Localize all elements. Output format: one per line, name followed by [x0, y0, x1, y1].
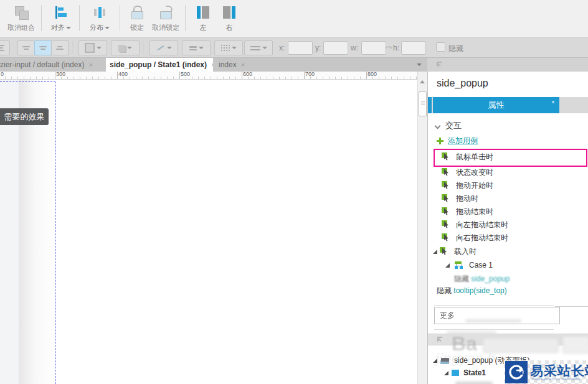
action-hide-tooltip[interactable]: 隐藏 tooltip(side_top) — [437, 286, 507, 296]
w-label: w: — [351, 44, 358, 52]
line-width-icon — [189, 46, 197, 50]
tab-ic-bezier-input[interactable]: ic-bezier-input / default (index) × — [0, 58, 111, 72]
arrow-style-dropdown[interactable] — [244, 40, 273, 55]
event-label: 载入时 — [454, 246, 477, 257]
align-button[interactable]: 对齐 — [47, 4, 75, 34]
cursor-event-icon — [442, 181, 450, 190]
cursor-event-icon — [442, 233, 450, 242]
close-icon[interactable]: × — [88, 61, 92, 68]
event-label: 拖动开始时 — [456, 180, 493, 191]
interaction-section-header[interactable]: 交互 — [435, 120, 462, 131]
x-input[interactable] — [288, 41, 313, 55]
valign-middle-icon — [39, 46, 47, 50]
cursor-event-icon — [442, 152, 450, 161]
valign-bottom-button[interactable] — [51, 40, 69, 55]
hide-checkbox[interactable] — [436, 42, 445, 52]
outline-item-state1[interactable]: State1 — [444, 368, 486, 377]
case-row[interactable]: Case 1 — [445, 258, 588, 272]
lock-icon — [131, 6, 143, 19]
canvas-vertical-scrollbar[interactable] — [417, 72, 427, 384]
tab-overflow-button[interactable] — [411, 58, 426, 72]
y-input[interactable] — [323, 41, 348, 55]
ruler-label: 600 — [243, 71, 252, 77]
dock-left-button[interactable]: 左 — [191, 4, 216, 34]
tab-properties[interactable]: 属性 * — [433, 97, 559, 113]
canvas-panel-edge — [0, 80, 19, 384]
chevron-down-icon — [435, 123, 440, 128]
event-label: 鼠标单击时 — [456, 152, 493, 162]
divider — [434, 329, 554, 330]
event-swipe-left[interactable]: 向左拖动结束时 — [442, 218, 588, 232]
tooltip-widget[interactable]: 需要的效果 — [0, 108, 49, 125]
scrollbar-thumb[interactable] — [419, 91, 427, 116]
expanded-triangle-icon[interactable] — [445, 263, 450, 268]
caret-down-icon — [199, 47, 204, 49]
distribute-button[interactable]: 分布 — [86, 4, 113, 34]
valign-top-button[interactable] — [17, 40, 35, 55]
action-target: side_popup — [471, 274, 510, 283]
case-icon — [455, 261, 463, 269]
ruler-label: 300 — [56, 71, 65, 77]
tab-properties-label: 属性 — [488, 100, 505, 111]
valign-middle-button[interactable] — [34, 40, 52, 55]
watermark-brand: 易采站长站 Www.Easck.Com Webmaster — [504, 360, 588, 384]
inspector-tab-row: 属性 * — [428, 97, 588, 113]
expanded-triangle-icon[interactable] — [433, 250, 437, 254]
event-swipe-right[interactable]: 向右拖动结束时 — [442, 231, 588, 245]
text-align-button[interactable] — [0, 40, 10, 55]
cursor-event-icon — [442, 207, 450, 216]
line-color-dropdown[interactable] — [149, 40, 178, 55]
ungroup-button[interactable]: 取消组合 — [5, 4, 37, 34]
caret-down-icon — [167, 47, 172, 49]
x-label: x: — [279, 44, 285, 52]
action-hide-side-popup[interactable]: 隐藏 side_popup — [454, 274, 510, 284]
brand-logo-icon — [505, 361, 528, 383]
h-input[interactable] — [401, 41, 426, 55]
caret-down-icon — [232, 47, 237, 49]
event-drag-start[interactable]: 拖动开始时 — [442, 179, 588, 192]
design-canvas[interactable]: 需要的效果 — [0, 80, 417, 384]
close-icon[interactable]: × — [241, 61, 245, 68]
event-onload[interactable]: 载入时 — [433, 245, 582, 258]
tab-modified-badge: * — [552, 100, 554, 107]
caret-down-icon — [66, 27, 71, 29]
lock-button[interactable]: 锁定 — [126, 4, 148, 34]
line-width-dropdown[interactable] — [182, 40, 211, 55]
dock-right-button[interactable]: 右 — [217, 4, 242, 34]
expanded-triangle-icon[interactable] — [433, 358, 437, 363]
widget-name-field[interactable]: side_popup — [437, 78, 488, 89]
event-drag-end[interactable]: 拖动结束时 — [442, 205, 588, 218]
selection-outline-right — [55, 82, 55, 384]
ruler-label: 700 — [305, 71, 315, 77]
cursor-event-icon — [442, 220, 450, 229]
close-icon[interactable]: × — [211, 61, 213, 68]
expanded-triangle-icon[interactable] — [444, 371, 448, 375]
ruler-label: 0 — [1, 71, 4, 77]
blur-artifact — [465, 319, 521, 322]
event-label: 向左拖动结束时 — [456, 220, 508, 230]
unlock-button[interactable]: 取消锁定 — [149, 4, 182, 34]
event-drag[interactable]: 拖动时 — [442, 192, 588, 205]
event-label: 拖动时 — [456, 194, 478, 204]
event-state-change[interactable]: 状态改变时 — [442, 166, 588, 179]
event-onclick[interactable]: 鼠标单击时 — [442, 150, 588, 164]
divider — [434, 305, 554, 306]
link-wh-icon[interactable]: ⌐¬ — [386, 44, 392, 50]
toolbar-separator — [72, 40, 73, 54]
add-case-link[interactable]: 添加用例 — [437, 136, 478, 146]
fill-color-dropdown[interactable] — [78, 40, 107, 55]
tab-index[interactable]: index × — [215, 58, 261, 72]
hide-label: 隐藏 — [448, 44, 463, 54]
cursor-event-icon — [442, 168, 450, 177]
main-toolbar: 取消组合 对齐 分布 锁定 取消锁定 — [0, 0, 588, 38]
caret-down-icon — [262, 47, 267, 49]
outline-item-partial[interactable] — [455, 382, 493, 384]
tab-side-popup[interactable]: side_popup / State1 (index) × — [106, 58, 213, 72]
toolbar-separator — [41, 5, 42, 31]
selection-outline-top — [0, 82, 55, 82]
w-input[interactable] — [361, 41, 386, 55]
shadow-dropdown[interactable] — [111, 40, 140, 55]
line-style-dropdown[interactable] — [214, 40, 243, 55]
plus-icon — [437, 138, 443, 144]
scroll-up-icon[interactable] — [420, 80, 425, 83]
